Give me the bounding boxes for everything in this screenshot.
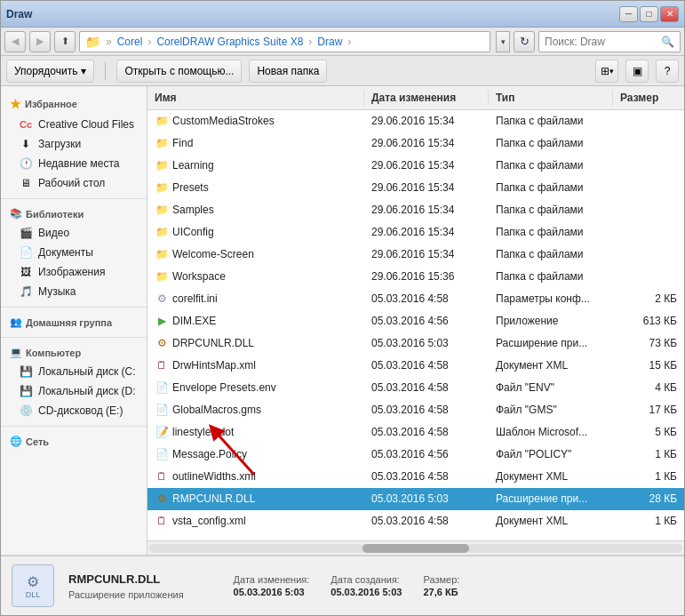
- file-date-cell: 05.03.2016 4:58: [364, 379, 489, 396]
- sidebar-item-images[interactable]: 🖼 Изображения: [1, 262, 147, 282]
- open-with-button[interactable]: Открыть с помощью...: [116, 60, 242, 83]
- view-icon: ⊞: [601, 65, 609, 77]
- breadcrumb-draw[interactable]: Draw: [317, 36, 342, 48]
- status-description: Расширение приложения: [68, 589, 184, 600]
- file-icon: 📄: [155, 403, 169, 417]
- help-button[interactable]: ?: [656, 60, 679, 83]
- search-icon: 🔍: [661, 36, 674, 48]
- file-icon: 🗒: [155, 469, 169, 484]
- table-row[interactable]: 📁 Samples 29.06.2016 15:34 Папка с файла…: [147, 199, 684, 221]
- horizontal-scrollbar[interactable]: [147, 540, 684, 555]
- breadcrumb-dropdown[interactable]: ▾: [496, 31, 510, 52]
- table-row[interactable]: 📁 UIConfig 29.06.2016 15:34 Папка с файл…: [147, 221, 684, 244]
- file-icon: 📁: [155, 269, 169, 284]
- sidebar-item-downloads[interactable]: ⬇ Загрузки: [1, 134, 147, 154]
- table-row[interactable]: 📁 CustomMediaStrokes 29.06.2016 15:34 Па…: [147, 110, 684, 132]
- file-name-cell: 📄 Envelope Presets.env: [147, 379, 364, 396]
- recent-icon: 🕐: [19, 156, 33, 171]
- table-row[interactable]: ▶ DIM.EXE 05.03.2016 4:56 Приложение 613…: [147, 310, 684, 332]
- col-date[interactable]: Дата изменения: [364, 90, 489, 106]
- libraries-header: 📚 Библиотеки: [1, 204, 147, 223]
- sidebar-item-creative-cloud[interactable]: Cc Creative Cloud Files: [1, 115, 147, 134]
- view-dropdown-icon: ▾: [609, 67, 614, 76]
- sidebar-item-desktop[interactable]: 🖥 Рабочий стол: [1, 173, 147, 193]
- table-row[interactable]: 📁 Presets 29.06.2016 15:34 Папка с файла…: [147, 177, 684, 199]
- file-size-cell: [613, 112, 684, 130]
- table-row[interactable]: 🗒 DrwHintsMap.xml 05.03.2016 4:58 Докуме…: [147, 355, 684, 377]
- minimize-button[interactable]: ─: [619, 6, 638, 22]
- file-icon: ⚙: [155, 492, 169, 506]
- file-date-cell: 29.06.2016 15:34: [364, 112, 489, 130]
- table-row[interactable]: 📁 Find 29.06.2016 15:34 Папка с файлами: [147, 132, 684, 155]
- forward-button[interactable]: ▶: [29, 31, 51, 52]
- sidebar-item-documents[interactable]: 📄 Документы: [1, 243, 147, 262]
- table-row[interactable]: 🗒 outlineWidths.xml 05.03.2016 4:58 Доку…: [147, 466, 684, 488]
- table-row[interactable]: 📄 GlobalMacros.gms 05.03.2016 4:58 Файл …: [147, 399, 684, 421]
- file-name: RMPCUNLR.DLL: [172, 492, 255, 505]
- back-button[interactable]: ◀: [4, 31, 26, 52]
- table-row[interactable]: ⚙ corelfit.ini 05.03.2016 4:58 Параметры…: [147, 288, 684, 310]
- file-date-cell: 29.06.2016 15:36: [364, 268, 489, 285]
- hscroll-track: [149, 544, 682, 553]
- file-type-cell: Файл "GMS": [489, 401, 613, 419]
- table-row[interactable]: 📁 Workspace 29.06.2016 15:36 Папка с фай…: [147, 266, 684, 288]
- file-type-cell: Документ XML: [489, 356, 613, 374]
- table-row[interactable]: 📁 Welcome-Screen 29.06.2016 15:34 Папка …: [147, 244, 684, 266]
- up-button[interactable]: ⬆: [54, 31, 76, 52]
- file-date-cell: 29.06.2016 15:34: [364, 201, 489, 219]
- file-name: UIConfig: [172, 226, 214, 238]
- file-name-cell: 📁 Find: [147, 134, 364, 152]
- file-size-cell: [613, 201, 684, 219]
- file-date-cell: 05.03.2016 4:58: [364, 401, 489, 419]
- file-type-cell: Файл "POLICY": [489, 445, 613, 463]
- sidebar-item-drive-c[interactable]: 💾 Локальный диск (C:: [1, 362, 147, 381]
- file-name-cell: ⚙ RMPCUNLR.DLL: [147, 490, 364, 508]
- file-size-cell: [613, 156, 684, 174]
- file-icon: 🗒: [155, 514, 169, 528]
- search-input[interactable]: [545, 36, 657, 48]
- file-date-cell: 05.03.2016 5:03: [364, 490, 489, 508]
- file-type-cell: Папка с файлами: [489, 156, 613, 174]
- file-name: Learning: [172, 159, 214, 172]
- status-filename: RMPCUNLR.DLL: [68, 572, 184, 586]
- sidebar-item-drive-d[interactable]: 💾 Локальный диск (D:: [1, 381, 147, 401]
- hscroll-thumb[interactable]: [362, 544, 469, 553]
- table-row[interactable]: 📁 Learning 29.06.2016 15:34 Папка с файл…: [147, 155, 684, 177]
- file-name: outlineWidths.xml: [172, 470, 256, 483]
- sidebar-item-cdrom[interactable]: 💿 CD-дисковод (E:): [1, 401, 147, 420]
- file-size-cell: [613, 268, 684, 285]
- sidebar-item-music[interactable]: 🎵 Музыка: [1, 282, 147, 301]
- table-row[interactable]: 📝 linestyles.dot 05.03.2016 4:58 Шаблон …: [147, 421, 684, 444]
- file-icon: 📄: [155, 447, 169, 461]
- table-row[interactable]: 📄 Message.Policy 05.03.2016 4:56 Файл "P…: [147, 444, 684, 466]
- breadcrumb-suite[interactable]: CorelDRAW Graphics Suite X8: [156, 36, 303, 48]
- size-label: Размер:: [423, 574, 459, 585]
- col-type[interactable]: Тип: [489, 90, 613, 106]
- table-row[interactable]: ⚙ DRPCUNLR.DLL 05.03.2016 5:03 Расширени…: [147, 332, 684, 355]
- sidebar-section-favorites: ★ Избранное Cc Creative Cloud Files ⬇ За…: [1, 93, 147, 193]
- file-name-cell: 🗒 vsta_config.xml: [147, 512, 364, 530]
- desktop-icon: 🖥: [19, 176, 33, 190]
- breadcrumb-corel[interactable]: Corel: [117, 36, 143, 48]
- file-type-cell: Папка с файлами: [489, 223, 613, 241]
- file-size-cell: [613, 179, 684, 196]
- col-size[interactable]: Размер: [613, 90, 684, 106]
- col-name[interactable]: Имя: [147, 90, 364, 106]
- sidebar-divider-4: [1, 426, 147, 427]
- sidebar-item-video[interactable]: 🎬 Видео: [1, 223, 147, 243]
- new-folder-button[interactable]: Новая папка: [249, 60, 327, 83]
- file-type-cell: Документ XML: [489, 468, 613, 485]
- sidebar-item-recent[interactable]: 🕐 Недавние места: [1, 154, 147, 173]
- file-name: Workspace: [172, 270, 226, 283]
- view-button[interactable]: ⊞ ▾: [595, 60, 618, 83]
- table-row[interactable]: 🗒 vsta_config.xml 05.03.2016 4:58 Докуме…: [147, 510, 684, 532]
- status-date-modified: Дата изменения: 05.03.2016 5:03: [234, 574, 310, 597]
- close-button[interactable]: ✕: [660, 6, 679, 22]
- organize-button[interactable]: Упорядочить ▾: [6, 60, 94, 83]
- open-with-label: Открыть с помощью...: [124, 65, 234, 77]
- preview-pane-button[interactable]: ▣: [625, 60, 649, 83]
- table-row[interactable]: ⚙ RMPCUNLR.DLL 05.03.2016 5:03 Расширени…: [147, 488, 684, 510]
- table-row[interactable]: 📄 Envelope Presets.env 05.03.2016 4:58 Ф…: [147, 377, 684, 399]
- refresh-button[interactable]: ↻: [514, 31, 535, 52]
- maximize-button[interactable]: □: [640, 6, 658, 22]
